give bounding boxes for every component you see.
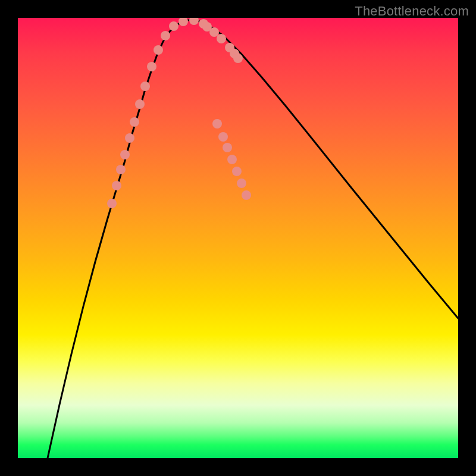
svg-point-20 — [233, 54, 243, 63]
svg-point-2 — [116, 165, 126, 174]
svg-point-27 — [242, 190, 251, 200]
svg-point-12 — [178, 18, 188, 26]
bottleneck-curve — [48, 20, 458, 458]
svg-point-11 — [169, 21, 178, 31]
watermark-text: TheBottleneck.com — [355, 4, 469, 19]
svg-point-9 — [154, 45, 163, 55]
svg-point-6 — [135, 99, 145, 109]
svg-point-22 — [218, 132, 228, 142]
svg-point-21 — [212, 119, 222, 129]
svg-point-17 — [217, 34, 226, 43]
plot-area — [18, 18, 458, 458]
svg-point-3 — [120, 150, 130, 159]
curve-svg — [18, 18, 458, 458]
svg-point-25 — [232, 167, 242, 176]
svg-point-16 — [209, 27, 219, 37]
svg-point-8 — [147, 62, 156, 71]
svg-point-0 — [107, 199, 117, 208]
svg-point-26 — [237, 178, 246, 188]
svg-point-24 — [227, 155, 237, 164]
highlight-dots — [107, 18, 251, 208]
svg-point-13 — [189, 18, 199, 25]
svg-point-4 — [125, 133, 134, 143]
svg-point-5 — [130, 117, 139, 127]
svg-point-1 — [112, 181, 121, 190]
svg-point-7 — [140, 82, 150, 91]
svg-point-23 — [223, 143, 232, 152]
svg-point-10 — [161, 31, 170, 40]
chart-frame: TheBottleneck.com — [0, 0, 476, 476]
